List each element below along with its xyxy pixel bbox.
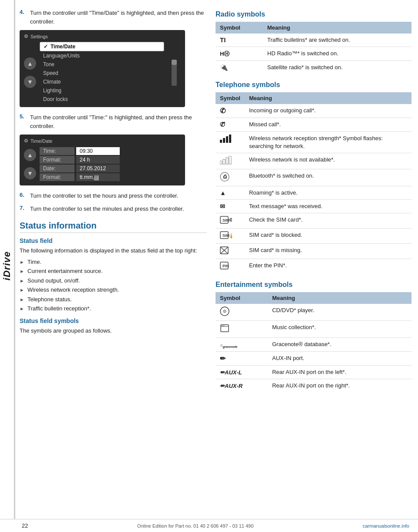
tel-meaning-5: Roaming* is active. (245, 186, 411, 199)
tel-sym-10: PIN (216, 259, 245, 274)
radio-section-title: Radio symbols (216, 10, 411, 18)
screen1-body: ▲ ▼ ✓ Time/Date Language/Units Tone Spee… (24, 42, 181, 104)
tel-row-0: ✆ Incoming or outgoing call*. (216, 104, 411, 118)
svg-text:SIM: SIM (222, 218, 229, 222)
step-4: 4. Turn the controller until "Time/Date"… (20, 9, 207, 26)
step-4-num: 4. (20, 9, 27, 26)
tel-table-header: Symbol Meaning (216, 92, 411, 104)
timedate-icon: ⚙ (24, 138, 28, 144)
telephone-section-title: Telephone symbols (216, 81, 411, 89)
tel-row-4: ⎙ Bluetooth* is switched on. (216, 169, 411, 186)
step-4-text: Turn the controller until "Time/Date" is… (30, 9, 207, 26)
ent-sym-2: ♫gracenote (216, 338, 268, 351)
nav-up: ▲ (24, 57, 36, 70)
tel-meaning-4: Bluetooth* is switched on. (245, 169, 411, 186)
pin-icon: PIN (220, 262, 232, 269)
status-section-title: Status information (20, 221, 207, 233)
nav-control-2: ▲ ▼ (24, 146, 36, 182)
signal-bars-empty-icon (220, 156, 232, 165)
radio-meaning-1: HD Radio™* is switched on. (263, 47, 411, 61)
ent-meaning-3: AUX-IN port. (268, 351, 411, 365)
screen2-value-2: 27.05.2012 (76, 165, 120, 172)
ent-row-4: ✏AUX-L Rear AUX-IN port on the left*. (216, 365, 411, 379)
nav-down: ▼ (24, 76, 36, 88)
radio-row-0: TI Traffic bulletins* are switched on. (216, 34, 411, 47)
tel-sym-0: ✆ (216, 104, 245, 118)
tel-meaning-10: Enter the PIN*. (245, 259, 411, 274)
tel-meaning-6: Text message* was received. (245, 200, 411, 213)
tel-meaning-2: Wireless network reception strength* Sym… (245, 131, 411, 153)
bullet-2: ► Sound output, on/off. (20, 276, 207, 285)
ent-sym-1 (216, 321, 268, 338)
status-symbols-body: The symbols are grouped as follows. (20, 327, 207, 335)
tel-col-symbol: Symbol (216, 92, 245, 104)
step-7-num: 7. (20, 205, 27, 213)
step-6-text: Turn the controller to set the hours and… (30, 192, 179, 200)
tel-row-5: ▲ Roaming* is active. (216, 186, 411, 199)
tel-meaning-8: SIM card* is blocked. (245, 229, 411, 244)
ent-sym-4: ✏AUX-L (216, 365, 268, 379)
ent-sym-3: ✏ (216, 351, 268, 365)
radio-sym-1: HⒽ (216, 47, 263, 61)
footer-watermark: carmanualsonline.info (363, 523, 409, 529)
radio-col-meaning: Meaning (263, 22, 411, 34)
screen2-value-0: 09:30 (76, 147, 120, 155)
radio-table-header: Symbol Meaning (216, 22, 411, 34)
svg-rect-5 (223, 159, 225, 164)
tel-row-1: ✆⃗ Missed call*. (216, 118, 411, 131)
ent-table-header: Symbol Meaning (216, 292, 411, 304)
svg-rect-2 (226, 136, 228, 143)
nav-control-1: ▲ ▼ (24, 42, 36, 104)
bullet-arrow-1: ► (20, 268, 25, 275)
svg-rect-1 (223, 138, 225, 143)
ent-col-symbol: Symbol (216, 292, 268, 304)
tel-row-7: SIM ⚙ Check the SIM card*. (216, 213, 411, 229)
tel-meaning-3: Wireless network is not available*. (245, 153, 411, 169)
radio-col-symbol: Symbol (216, 22, 263, 34)
music-collection-icon (220, 323, 229, 333)
entertainment-table: Symbol Meaning CD/DVD* player. (216, 292, 411, 392)
bullet-1: ► Current entertainment source. (20, 267, 207, 276)
menu-item-0: ✓ Time/Date (40, 42, 164, 51)
step-7: 7. Turn the controller to set the minute… (20, 205, 207, 213)
screen1-scroll (168, 42, 181, 104)
signal-bars-icon (220, 135, 232, 143)
idrive-tab: iDrive (0, 0, 14, 532)
sim-check-icon: SIM ⚙ (220, 216, 232, 224)
bullet-arrow-0: ► (20, 259, 25, 266)
page-number: 22 (22, 522, 28, 529)
entertainment-section-title: Entertainment symbols (216, 281, 411, 289)
tel-meaning-7: Check the SIM card*. (245, 213, 411, 229)
menu-item-6: Door locks (40, 95, 164, 104)
nav-up-2: ▲ (24, 149, 36, 161)
ent-sym-5: ✏AUX-R (216, 379, 268, 392)
tel-meaning-9: SIM card* is missing. (245, 244, 411, 259)
screen2-row-2: Date: 27.05.2012 (40, 165, 181, 172)
ent-col-meaning: Meaning (268, 292, 411, 304)
ent-row-5: ✏AUX-R Rear AUX-IN port on the right*. (216, 379, 411, 392)
svg-text:🔒: 🔒 (229, 232, 232, 239)
footer-text: Online Edition for Part no. 01 40 2 606 … (137, 523, 253, 529)
screen2-label-1: Format: (40, 156, 74, 164)
tel-sym-9 (216, 244, 245, 259)
tel-sym-3 (216, 153, 245, 169)
svg-text:SIM: SIM (222, 233, 229, 238)
radio-meaning-0: Traffic bulletins* are switched on. (263, 34, 411, 47)
sim-missing-icon (220, 246, 232, 254)
menu-item-5: Lighting (40, 86, 164, 95)
menu-item-3: Speed (40, 69, 164, 77)
tel-meaning-0: Incoming or outgoing call*. (245, 104, 411, 118)
screen2-title: ⚙ Time/Date (24, 138, 181, 144)
menu-item-1: Language/Units (40, 51, 164, 60)
screen2-label-0: Time: (40, 147, 74, 155)
screen2-body: ▲ ▼ Time: 09:30 Format: 24 h Date: (24, 146, 181, 182)
svg-rect-0 (220, 140, 222, 143)
settings-icon: ⚙ (24, 34, 28, 39)
left-border (14, 0, 15, 532)
step-7-text: Turn the controller to set the minutes a… (30, 205, 184, 213)
screen2-row-3: Format: tt.mm.jjjj (40, 173, 181, 181)
tel-col-meaning: Meaning (245, 92, 411, 104)
status-bullets: ► Time. ► Current entertainment source. … (20, 258, 207, 313)
svg-rect-7 (229, 156, 231, 164)
menu-item-4: Climate (40, 77, 164, 86)
